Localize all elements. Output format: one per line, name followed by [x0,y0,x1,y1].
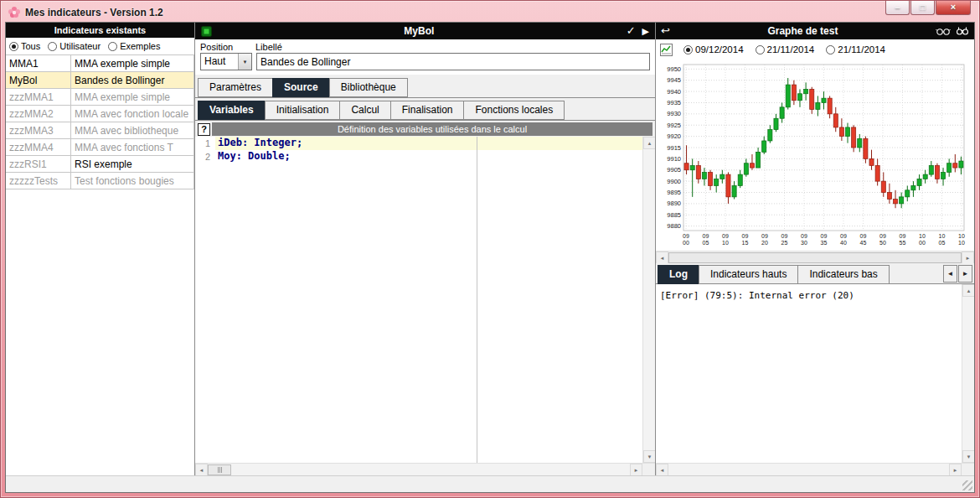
filter-radio[interactable]: Exemples [108,41,160,51]
scroll-left-icon[interactable]: ◄ [195,464,208,475]
date-radios: 09/12/201421/11/201421/11/2014 [683,44,885,54]
binoculars-icon[interactable] [956,26,969,36]
indicator-row[interactable]: zzzRSI1RSI exemple [6,156,194,173]
indicator-name: MMA1 [6,55,71,71]
tab-prev-icon[interactable]: ◄ [943,265,957,283]
editor-header: MyBol ✓ ▶ [195,23,655,39]
scroll-down-icon[interactable]: ▼ [962,450,974,463]
svg-text:09: 09 [821,233,828,239]
svg-text:9935: 9935 [667,99,681,106]
libelle-input[interactable] [256,53,650,70]
log-hscroll-track[interactable] [668,464,949,475]
resize-grip[interactable] [962,480,972,490]
chart-hscroll-thumb[interactable] [668,252,962,263]
maximize-button[interactable]: □ [910,1,935,15]
log-text: [Error] (79:5): Internal error (20) [656,284,962,463]
scroll-left-icon[interactable]: ◄ [656,252,668,264]
graph-tabs-row: LogIndicateurs hautsIndicateurs bas ◄ ► [656,263,974,284]
help-icon[interactable]: ? [198,123,210,136]
filter-radio-label: Exemples [120,41,160,51]
svg-text:05: 05 [939,240,946,246]
svg-text:09: 09 [722,233,729,239]
indicator-name: zzzMMA1 [6,89,71,105]
editor-vscrollbar[interactable]: ▲ ▼ [642,137,655,463]
filter-radio-label: Tous [21,41,40,51]
graph-tab[interactable]: Log [658,265,699,284]
graph-tab[interactable]: Indicateurs hauts [699,265,798,284]
filter-radios: TousUtilisateurExemples [6,38,194,54]
source-tab[interactable]: Initialisation [265,101,341,120]
radio-icon [756,45,765,54]
svg-text:30: 30 [801,240,807,246]
close-button[interactable]: × [936,1,971,15]
code-editor: 1iDeb: Integer;2Moy: Double; ▲ ▼ ◄ ► [195,137,655,475]
undo-icon[interactable]: ↩ [661,24,670,38]
indicator-form: Position Libellé Haut ▼ [195,39,655,75]
scroll-right-icon[interactable]: ► [962,252,974,264]
glasses-icon[interactable] [936,27,951,36]
titlebar: Mes indicateurs - Version 1.2 – □ × [5,1,975,22]
minimize-button[interactable]: – [885,1,910,15]
scrollbar-corner [642,464,655,475]
filter-radio[interactable]: Utilisateur [48,41,101,51]
svg-text:9945: 9945 [667,76,681,84]
chart-page-icon[interactable] [660,44,673,56]
code-line[interactable]: 2Moy: Double; [195,150,642,163]
indicator-row[interactable]: zzzzzTestsTest fonctions bougies [6,173,194,189]
indicator-row[interactable]: zzzMMA1MMA exemple simple [6,89,194,106]
date-radio[interactable]: 21/11/2014 [756,44,815,54]
chart-hscrollbar[interactable]: ◄ ► [656,251,974,263]
source-tab[interactable]: Finalisation [390,101,465,120]
graph-tab[interactable]: Indicateurs bas [797,265,889,284]
filter-radio[interactable]: Tous [9,41,40,51]
combobox-arrow-icon[interactable]: ▼ [238,54,251,70]
editor-panel: MyBol ✓ ▶ Position Libellé Haut ▼ [195,23,656,475]
main-tab[interactable]: Paramètres [198,78,273,97]
radio-icon [683,45,693,54]
svg-text:05: 05 [703,240,709,246]
source-tab[interactable]: Fonctions locales [463,101,565,120]
svg-text:10: 10 [958,233,965,239]
scroll-left-icon[interactable]: ◄ [656,464,668,475]
indicator-name: zzzMMA4 [6,139,71,155]
svg-text:9920: 9920 [667,132,681,140]
line-number: 1 [195,137,215,150]
main-tab[interactable]: Bibliothèque [329,78,408,97]
tab-next-icon[interactable]: ► [958,265,972,283]
candlestick-chart: 9880988598909895990099059910991599209925… [656,60,972,251]
svg-text:10: 10 [958,240,965,246]
position-combobox[interactable]: Haut ▼ [200,53,252,70]
svg-text:10: 10 [939,233,946,239]
log-area: [Error] (79:5): Internal error (20) ▲ ▼ … [656,284,974,475]
date-radio[interactable]: 09/12/2014 [683,44,744,54]
date-radio-label: 21/11/2014 [838,44,885,54]
hscroll-track[interactable] [231,464,630,475]
indicator-row[interactable]: zzzMMA2MMA avec fonction locale [6,106,194,122]
log-vscrollbar[interactable]: ▲ ▼ [962,284,974,463]
indicator-row[interactable]: MyBolBandes de Bollinger [6,72,194,89]
run-icon[interactable]: ▶ [642,24,649,38]
indicator-name: zzzRSI1 [6,156,71,172]
hscroll-thumb[interactable] [208,464,231,475]
scroll-up-icon[interactable]: ▲ [643,137,655,149]
indicator-row[interactable]: zzzMMA4MMA avec fonctions T [6,139,194,156]
svg-text:09: 09 [801,233,807,239]
radio-icon [108,42,117,51]
indicator-row[interactable]: MMA1MMA exemple simple [6,55,194,72]
code-line[interactable]: 1iDeb: Integer; [195,137,642,150]
log-hscrollbar[interactable]: ◄ ► [656,463,974,475]
indicator-label: Bandes de Bollinger [71,72,194,88]
validate-icon[interactable]: ✓ [627,24,636,38]
svg-text:45: 45 [860,240,867,246]
scroll-down-icon[interactable]: ▼ [643,450,655,463]
editor-hscrollbar[interactable]: ◄ ► [195,463,655,475]
source-tab[interactable]: Variables [198,101,266,120]
source-tab[interactable]: Calcul [339,101,390,120]
date-radio[interactable]: 21/11/2014 [826,44,885,54]
code-lines[interactable]: 1iDeb: Integer;2Moy: Double; [195,137,642,463]
indicator-row[interactable]: zzzMMA3MMA avec bibliotheque [6,122,194,139]
scroll-up-icon[interactable]: ▲ [962,284,974,297]
scroll-right-icon[interactable]: ► [630,464,642,475]
scroll-right-icon[interactable]: ► [949,464,962,475]
main-tab[interactable]: Source [272,78,330,97]
